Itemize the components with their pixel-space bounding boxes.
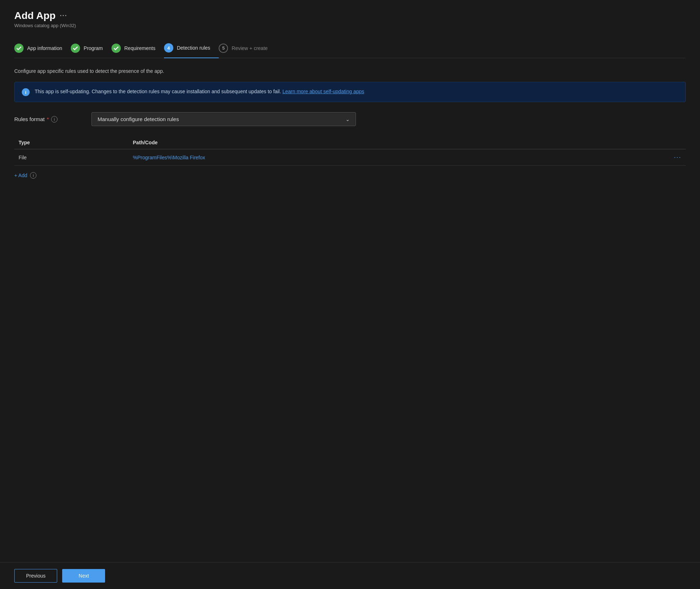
learn-more-link[interactable]: Learn more about self-updating apps [282, 89, 364, 94]
step-label-program: Program [84, 45, 103, 51]
section-description: Configure app specific rules used to det… [14, 68, 686, 74]
rules-format-tooltip-icon[interactable]: i [51, 116, 58, 123]
rules-format-dropdown[interactable]: Manually configure detection rules ⌄ [91, 112, 356, 126]
step-review-create[interactable]: 5 Review + create [219, 39, 276, 58]
step-detection-rules[interactable]: 4 Detection rules [164, 39, 219, 58]
row-type: File [14, 149, 129, 166]
column-path: Path/Code [129, 136, 594, 149]
title-text: Add App [14, 10, 56, 21]
step-label-detection-rules: Detection rules [177, 45, 210, 51]
page-header: Add App ··· Windows catalog app (Win32) [14, 10, 686, 28]
step-circle-detection-rules: 4 [164, 43, 173, 53]
page-title: Add App ··· [14, 10, 686, 21]
page-subtitle: Windows catalog app (Win32) [14, 23, 686, 28]
column-type: Type [14, 136, 129, 149]
step-label-review-create: Review + create [232, 45, 268, 51]
add-row: + Add i [14, 172, 686, 179]
step-label-requirements: Requirements [124, 45, 155, 51]
step-app-information[interactable]: App information [14, 39, 71, 58]
step-circle-requirements [111, 44, 121, 53]
step-label-app-information: App information [27, 45, 62, 51]
footer: Previous Next [0, 562, 700, 589]
chevron-down-icon: ⌄ [346, 116, 350, 122]
step-circle-review-create: 5 [219, 44, 228, 53]
info-banner-icon: i [22, 88, 30, 96]
rules-format-dropdown-value: Manually configure detection rules [98, 116, 179, 122]
step-requirements[interactable]: Requirements [111, 39, 164, 58]
row-actions-button[interactable]: ··· [593, 149, 686, 166]
required-star: * [47, 116, 49, 122]
previous-button[interactable]: Previous [14, 569, 57, 583]
column-actions [593, 136, 686, 149]
step-program[interactable]: Program [71, 39, 111, 58]
table-row: File %ProgramFiles%\Mozilla Firefox ··· [14, 149, 686, 166]
step-circle-app-information [14, 44, 24, 53]
info-banner: i This app is self-updating. Changes to … [14, 82, 686, 102]
table-header-row: Type Path/Code [14, 136, 686, 149]
more-icon[interactable]: ··· [60, 12, 68, 20]
step-circle-program [71, 44, 80, 53]
wizard-steps: App information Program Requirements 4 D… [14, 39, 686, 58]
add-button[interactable]: + Add [14, 173, 27, 178]
add-tooltip-icon[interactable]: i [30, 172, 36, 179]
rules-format-label: Rules format * i [14, 116, 86, 123]
next-button[interactable]: Next [62, 569, 105, 583]
rules-format-row: Rules format * i Manually configure dete… [14, 112, 686, 126]
info-banner-text: This app is self-updating. Changes to th… [35, 88, 364, 95]
detection-rules-table: Type Path/Code File %ProgramFiles%\Mozil… [14, 136, 686, 166]
row-path[interactable]: %ProgramFiles%\Mozilla Firefox [129, 149, 594, 166]
